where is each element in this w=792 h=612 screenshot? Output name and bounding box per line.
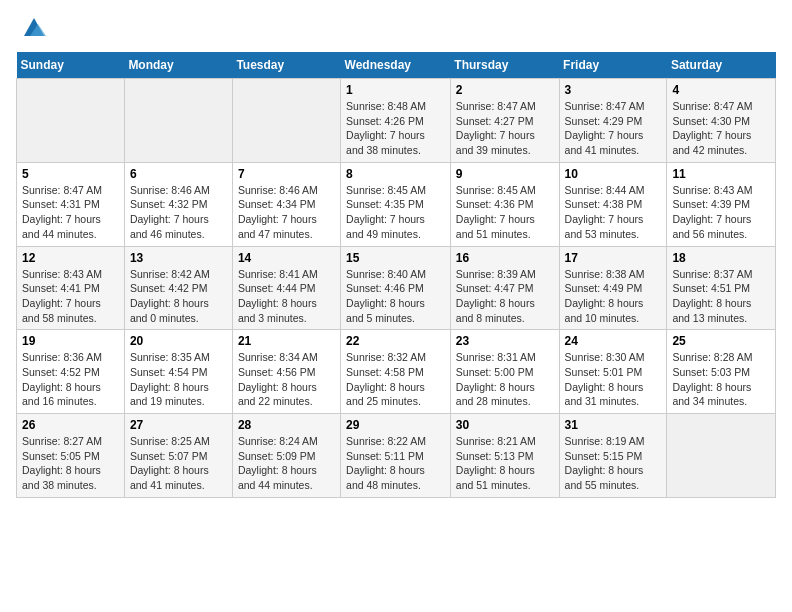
calendar-cell: 11Sunrise: 8:43 AM Sunset: 4:39 PM Dayli… [667,162,776,246]
day-info: Sunrise: 8:34 AM Sunset: 4:56 PM Dayligh… [238,350,335,409]
day-info: Sunrise: 8:43 AM Sunset: 4:41 PM Dayligh… [22,267,119,326]
day-info: Sunrise: 8:44 AM Sunset: 4:38 PM Dayligh… [565,183,662,242]
day-number: 11 [672,167,770,181]
day-info: Sunrise: 8:39 AM Sunset: 4:47 PM Dayligh… [456,267,554,326]
calendar-cell: 27Sunrise: 8:25 AM Sunset: 5:07 PM Dayli… [124,414,232,498]
calendar-cell: 28Sunrise: 8:24 AM Sunset: 5:09 PM Dayli… [232,414,340,498]
day-number: 18 [672,251,770,265]
page-header [16,16,776,40]
calendar-week-row: 1Sunrise: 8:48 AM Sunset: 4:26 PM Daylig… [17,79,776,163]
calendar-cell: 4Sunrise: 8:47 AM Sunset: 4:30 PM Daylig… [667,79,776,163]
calendar-cell: 16Sunrise: 8:39 AM Sunset: 4:47 PM Dayli… [450,246,559,330]
day-number: 9 [456,167,554,181]
day-number: 20 [130,334,227,348]
calendar-cell: 14Sunrise: 8:41 AM Sunset: 4:44 PM Dayli… [232,246,340,330]
calendar-cell: 22Sunrise: 8:32 AM Sunset: 4:58 PM Dayli… [341,330,451,414]
day-number: 23 [456,334,554,348]
day-info: Sunrise: 8:47 AM Sunset: 4:29 PM Dayligh… [565,99,662,158]
day-header-wednesday: Wednesday [341,52,451,79]
day-header-friday: Friday [559,52,667,79]
day-info: Sunrise: 8:19 AM Sunset: 5:15 PM Dayligh… [565,434,662,493]
day-info: Sunrise: 8:41 AM Sunset: 4:44 PM Dayligh… [238,267,335,326]
calendar-cell: 7Sunrise: 8:46 AM Sunset: 4:34 PM Daylig… [232,162,340,246]
calendar-cell: 1Sunrise: 8:48 AM Sunset: 4:26 PM Daylig… [341,79,451,163]
day-number: 1 [346,83,445,97]
calendar-cell: 5Sunrise: 8:47 AM Sunset: 4:31 PM Daylig… [17,162,125,246]
calendar-table: SundayMondayTuesdayWednesdayThursdayFrid… [16,52,776,498]
day-number: 21 [238,334,335,348]
day-number: 3 [565,83,662,97]
day-info: Sunrise: 8:27 AM Sunset: 5:05 PM Dayligh… [22,434,119,493]
calendar-cell: 12Sunrise: 8:43 AM Sunset: 4:41 PM Dayli… [17,246,125,330]
day-info: Sunrise: 8:36 AM Sunset: 4:52 PM Dayligh… [22,350,119,409]
day-number: 13 [130,251,227,265]
day-header-thursday: Thursday [450,52,559,79]
day-number: 26 [22,418,119,432]
calendar-week-row: 26Sunrise: 8:27 AM Sunset: 5:05 PM Dayli… [17,414,776,498]
day-header-sunday: Sunday [17,52,125,79]
day-info: Sunrise: 8:46 AM Sunset: 4:34 PM Dayligh… [238,183,335,242]
day-number: 8 [346,167,445,181]
day-number: 12 [22,251,119,265]
calendar-week-row: 19Sunrise: 8:36 AM Sunset: 4:52 PM Dayli… [17,330,776,414]
day-info: Sunrise: 8:45 AM Sunset: 4:35 PM Dayligh… [346,183,445,242]
calendar-cell: 23Sunrise: 8:31 AM Sunset: 5:00 PM Dayli… [450,330,559,414]
day-number: 19 [22,334,119,348]
day-info: Sunrise: 8:43 AM Sunset: 4:39 PM Dayligh… [672,183,770,242]
day-header-saturday: Saturday [667,52,776,79]
day-info: Sunrise: 8:22 AM Sunset: 5:11 PM Dayligh… [346,434,445,493]
day-number: 16 [456,251,554,265]
day-number: 10 [565,167,662,181]
calendar-cell: 10Sunrise: 8:44 AM Sunset: 4:38 PM Dayli… [559,162,667,246]
calendar-header-row: SundayMondayTuesdayWednesdayThursdayFrid… [17,52,776,79]
day-number: 15 [346,251,445,265]
day-info: Sunrise: 8:47 AM Sunset: 4:30 PM Dayligh… [672,99,770,158]
calendar-cell [232,79,340,163]
calendar-cell: 15Sunrise: 8:40 AM Sunset: 4:46 PM Dayli… [341,246,451,330]
day-number: 22 [346,334,445,348]
calendar-cell: 25Sunrise: 8:28 AM Sunset: 5:03 PM Dayli… [667,330,776,414]
day-info: Sunrise: 8:32 AM Sunset: 4:58 PM Dayligh… [346,350,445,409]
day-header-tuesday: Tuesday [232,52,340,79]
day-info: Sunrise: 8:42 AM Sunset: 4:42 PM Dayligh… [130,267,227,326]
day-number: 31 [565,418,662,432]
day-info: Sunrise: 8:35 AM Sunset: 4:54 PM Dayligh… [130,350,227,409]
day-info: Sunrise: 8:30 AM Sunset: 5:01 PM Dayligh… [565,350,662,409]
day-number: 25 [672,334,770,348]
day-number: 17 [565,251,662,265]
day-info: Sunrise: 8:37 AM Sunset: 4:51 PM Dayligh… [672,267,770,326]
logo [16,16,48,40]
day-info: Sunrise: 8:31 AM Sunset: 5:00 PM Dayligh… [456,350,554,409]
day-info: Sunrise: 8:25 AM Sunset: 5:07 PM Dayligh… [130,434,227,493]
calendar-cell: 21Sunrise: 8:34 AM Sunset: 4:56 PM Dayli… [232,330,340,414]
calendar-cell [124,79,232,163]
day-info: Sunrise: 8:47 AM Sunset: 4:27 PM Dayligh… [456,99,554,158]
calendar-cell: 24Sunrise: 8:30 AM Sunset: 5:01 PM Dayli… [559,330,667,414]
calendar-cell: 19Sunrise: 8:36 AM Sunset: 4:52 PM Dayli… [17,330,125,414]
day-header-monday: Monday [124,52,232,79]
day-info: Sunrise: 8:45 AM Sunset: 4:36 PM Dayligh… [456,183,554,242]
calendar-cell: 9Sunrise: 8:45 AM Sunset: 4:36 PM Daylig… [450,162,559,246]
day-number: 7 [238,167,335,181]
calendar-cell: 6Sunrise: 8:46 AM Sunset: 4:32 PM Daylig… [124,162,232,246]
day-info: Sunrise: 8:46 AM Sunset: 4:32 PM Dayligh… [130,183,227,242]
day-number: 2 [456,83,554,97]
day-info: Sunrise: 8:21 AM Sunset: 5:13 PM Dayligh… [456,434,554,493]
calendar-week-row: 5Sunrise: 8:47 AM Sunset: 4:31 PM Daylig… [17,162,776,246]
calendar-cell: 8Sunrise: 8:45 AM Sunset: 4:35 PM Daylig… [341,162,451,246]
day-number: 29 [346,418,445,432]
logo-icon [20,12,48,40]
day-number: 5 [22,167,119,181]
calendar-cell [17,79,125,163]
day-number: 24 [565,334,662,348]
calendar-cell: 17Sunrise: 8:38 AM Sunset: 4:49 PM Dayli… [559,246,667,330]
calendar-cell: 2Sunrise: 8:47 AM Sunset: 4:27 PM Daylig… [450,79,559,163]
day-info: Sunrise: 8:38 AM Sunset: 4:49 PM Dayligh… [565,267,662,326]
day-info: Sunrise: 8:24 AM Sunset: 5:09 PM Dayligh… [238,434,335,493]
calendar-cell [667,414,776,498]
day-number: 28 [238,418,335,432]
calendar-cell: 3Sunrise: 8:47 AM Sunset: 4:29 PM Daylig… [559,79,667,163]
day-info: Sunrise: 8:48 AM Sunset: 4:26 PM Dayligh… [346,99,445,158]
calendar-cell: 31Sunrise: 8:19 AM Sunset: 5:15 PM Dayli… [559,414,667,498]
calendar-week-row: 12Sunrise: 8:43 AM Sunset: 4:41 PM Dayli… [17,246,776,330]
